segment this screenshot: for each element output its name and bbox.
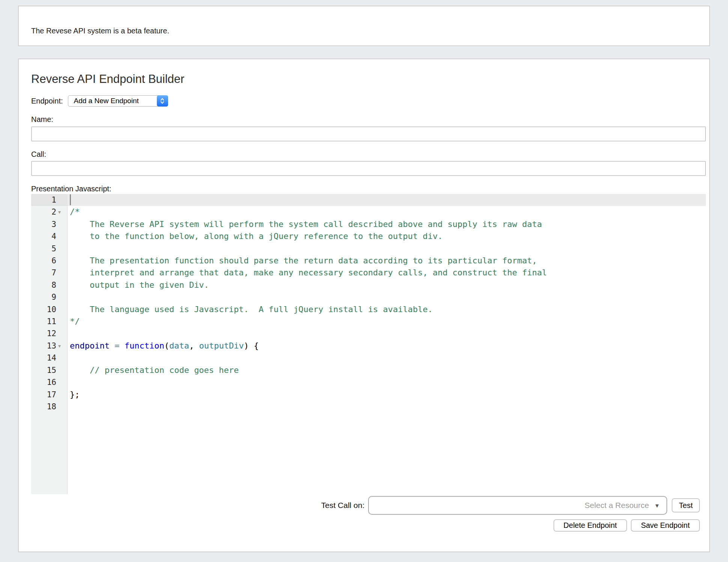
resource-select-placeholder: Select a Resource (585, 501, 649, 510)
code-line: 11*/ (31, 316, 706, 328)
code-line-content: */ (68, 316, 706, 328)
line-number: 18 (31, 401, 56, 413)
fold-spacer (56, 316, 68, 328)
line-number: 11 (31, 316, 56, 328)
code-line-content (68, 194, 706, 206)
line-number: 3 (31, 218, 56, 230)
code-line: 18 (31, 401, 706, 413)
fold-spacer (56, 230, 68, 242)
fold-arrow-icon[interactable]: ▾ (56, 206, 68, 218)
line-number: 8 (31, 279, 56, 291)
line-number-gutter: 4 (31, 230, 68, 242)
code-line-content (68, 376, 706, 388)
actions-row: Delete Endpoint Save Endpoint (31, 519, 700, 532)
code-line-content: The language used is Javascript. A full … (68, 304, 706, 316)
code-line: 14 (31, 352, 706, 364)
line-number-gutter: 7 (31, 267, 68, 279)
code-line-content (68, 328, 706, 340)
endpoint-select-value: Add a New Endpoint (68, 96, 157, 106)
code-line: 16 (31, 376, 706, 388)
code-line: 2▾/* (31, 206, 706, 218)
line-number: 17 (31, 389, 56, 401)
line-number: 13 (31, 340, 56, 352)
select-stepper-icon (157, 95, 168, 107)
line-number-gutter: 18 (31, 401, 68, 413)
endpoint-select[interactable]: Add a New Endpoint (68, 95, 168, 107)
code-line-content: The presentation function should parse t… (68, 255, 706, 267)
delete-endpoint-button[interactable]: Delete Endpoint (554, 519, 627, 532)
line-number-gutter: 17 (31, 389, 68, 401)
line-number-gutter: 12 (31, 328, 68, 340)
line-number: 4 (31, 230, 56, 242)
line-number-gutter: 6 (31, 255, 68, 267)
line-number-gutter: 15 (31, 364, 68, 376)
line-number: 14 (31, 352, 56, 364)
code-line-content: to the function below, along with a jQue… (68, 230, 706, 242)
fold-spacer (56, 279, 68, 291)
code-line: 7 interpret and arrange that data, make … (31, 267, 706, 279)
code-line-content: }; (68, 389, 706, 401)
code-line-content: // presentation code goes here (68, 364, 706, 376)
code-line-content (68, 352, 706, 364)
fold-spacer (56, 304, 68, 316)
fold-spacer (56, 194, 68, 206)
line-number: 16 (31, 376, 56, 388)
resource-select[interactable]: Select a Resource ▼ (368, 496, 667, 515)
code-editor[interactable]: 12▾/*3 The Reverse API system will perfo… (31, 194, 706, 494)
line-number: 5 (31, 243, 56, 255)
line-number-gutter: 13▾ (31, 340, 68, 352)
line-number-gutter: 3 (31, 218, 68, 230)
code-line-content: interpret and arrange that data, make an… (68, 267, 706, 279)
code-line-content (68, 401, 706, 413)
line-number: 6 (31, 255, 56, 267)
fold-spacer (56, 243, 68, 255)
page: The Revese API system is a beta feature.… (18, 0, 710, 552)
line-number-gutter: 2▾ (31, 206, 68, 218)
test-button[interactable]: Test (672, 498, 700, 512)
call-input[interactable] (31, 161, 706, 176)
fold-spacer (56, 291, 68, 303)
beta-banner: The Revese API system is a beta feature. (18, 6, 710, 46)
line-number-gutter: 16 (31, 376, 68, 388)
line-number: 1 (31, 194, 56, 206)
endpoint-builder-panel: Reverse API Endpoint Builder Endpoint: A… (18, 59, 710, 552)
fold-spacer (56, 267, 68, 279)
fold-spacer (56, 401, 68, 413)
beta-banner-text: The Revese API system is a beta feature. (31, 27, 169, 35)
call-label: Call: (31, 150, 706, 159)
code-line-content: endpoint = function(data, outputDiv) { (68, 340, 706, 352)
name-label: Name: (31, 115, 706, 124)
code-line: 5 (31, 243, 706, 255)
line-number-gutter: 9 (31, 291, 68, 303)
code-line: 17}; (31, 389, 706, 401)
page-title: Reverse API Endpoint Builder (31, 72, 706, 86)
code-line: 9 (31, 291, 706, 303)
line-number: 12 (31, 328, 56, 340)
code-line: 1 (31, 194, 706, 206)
code-line: 4 to the function below, along with a jQ… (31, 230, 706, 242)
code-line-content: output in the given Div. (68, 279, 706, 291)
save-endpoint-button[interactable]: Save Endpoint (631, 519, 700, 532)
line-number: 15 (31, 364, 56, 376)
line-number-gutter: 14 (31, 352, 68, 364)
endpoint-row: Endpoint: Add a New Endpoint (31, 95, 706, 107)
line-number-gutter: 11 (31, 316, 68, 328)
code-line-content: /* (68, 206, 706, 218)
line-number: 2 (31, 206, 56, 218)
line-number-gutter: 8 (31, 279, 68, 291)
text-cursor (70, 194, 71, 205)
fold-spacer (56, 218, 68, 230)
code-line: 3 The Reverse API system will perform th… (31, 218, 706, 230)
dropdown-arrow-icon: ▼ (654, 502, 660, 509)
code-line: 10 The language used is Javascript. A fu… (31, 304, 706, 316)
test-call-label: Test Call on: (321, 501, 365, 510)
fold-spacer (56, 328, 68, 340)
fold-spacer (56, 364, 68, 376)
code-line: 6 The presentation function should parse… (31, 255, 706, 267)
line-number-gutter: 10 (31, 304, 68, 316)
fold-arrow-icon[interactable]: ▾ (56, 340, 68, 352)
name-input[interactable] (31, 126, 706, 141)
code-line-content (68, 291, 706, 303)
code-line: 15 // presentation code goes here (31, 364, 706, 376)
code-line-content (68, 243, 706, 255)
